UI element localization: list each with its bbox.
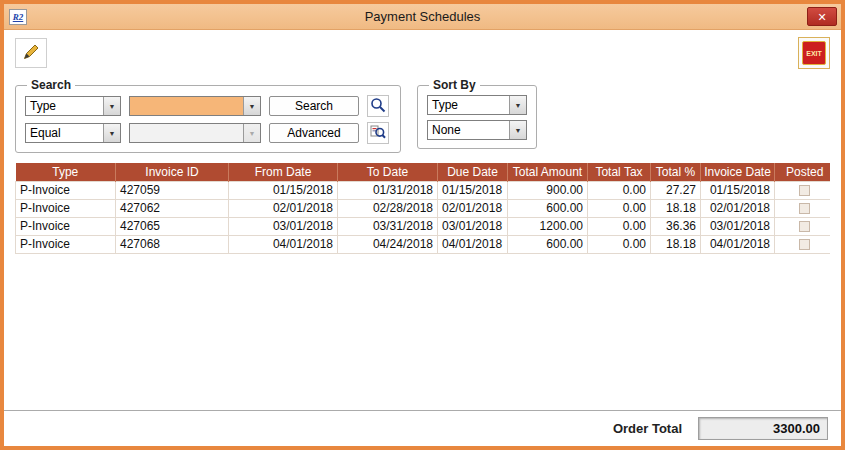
advanced-button[interactable]: Advanced	[269, 123, 359, 143]
toolbar: EXIT	[4, 30, 841, 76]
exit-icon: EXIT	[802, 41, 826, 65]
cell-from-date: 01/15/2018	[229, 181, 338, 199]
cell-total-tax: 0.00	[588, 235, 651, 253]
cell-invoice-id: 427068	[116, 235, 229, 253]
invoice-table-container: TypeInvoice IDFrom DateTo DateDue DateTo…	[15, 163, 830, 410]
exit-button[interactable]: EXIT	[798, 37, 830, 69]
column-header-total-tax[interactable]: Total Tax	[588, 163, 651, 181]
sort-primary-combo[interactable]: Type ▼	[427, 95, 527, 115]
sort-by-group-label: Sort By	[429, 78, 480, 92]
cell-total-amount: 1200.00	[508, 217, 588, 235]
cell-posted	[775, 235, 831, 253]
advanced-search-button[interactable]	[367, 122, 389, 144]
cell-due-date: 04/01/2018	[438, 235, 508, 253]
posted-checkbox[interactable]	[799, 185, 810, 196]
cell-posted	[775, 217, 831, 235]
invoice-table-body: P-Invoice42705901/15/201801/31/201801/15…	[16, 181, 831, 253]
chevron-down-icon[interactable]: ▼	[243, 97, 260, 115]
search-operator-combo[interactable]: Equal ▼	[25, 123, 121, 143]
cell-posted	[775, 199, 831, 217]
search-value2-text	[130, 124, 243, 142]
cell-total-tax: 0.00	[588, 199, 651, 217]
chevron-down-icon[interactable]: ▼	[103, 97, 120, 115]
sort-secondary-value: None	[428, 121, 509, 139]
search-group-label: Search	[27, 78, 75, 92]
close-icon: ✕	[817, 11, 826, 23]
filters-row: Search Type ▼ ▼ Search	[4, 76, 841, 153]
cell-total-tax: 0.00	[588, 181, 651, 199]
cell-invoice-date: 03/01/2018	[701, 217, 775, 235]
cell-from-date: 02/01/2018	[229, 199, 338, 217]
search-value-combo[interactable]: ▼	[129, 96, 261, 116]
column-header-to-date[interactable]: To Date	[338, 163, 438, 181]
cell-total-tax: 0.00	[588, 217, 651, 235]
cell-due-date: 01/15/2018	[438, 181, 508, 199]
titlebar: R2 Payment Schedules ✕	[4, 4, 841, 30]
cell-type: P-Invoice	[16, 199, 116, 217]
order-total-label: Order Total	[613, 421, 682, 436]
column-header-total-%[interactable]: Total %	[651, 163, 701, 181]
window-title: Payment Schedules	[4, 9, 841, 24]
cell-invoice-id: 427059	[116, 181, 229, 199]
search-magnifier-button[interactable]	[367, 95, 389, 117]
cell-invoice-date: 04/01/2018	[701, 235, 775, 253]
edit-button[interactable]	[15, 38, 47, 68]
chevron-down-icon[interactable]: ▼	[103, 124, 120, 142]
chevron-down-icon[interactable]: ▼	[509, 96, 526, 114]
cell-from-date: 03/01/2018	[229, 217, 338, 235]
column-header-invoice-date[interactable]: Invoice Date	[701, 163, 775, 181]
magnifier-icon	[370, 97, 386, 116]
posted-checkbox[interactable]	[799, 239, 810, 250]
cell-total-pct: 18.18	[651, 199, 701, 217]
cell-invoice-date: 02/01/2018	[701, 199, 775, 217]
cell-total-pct: 27.27	[651, 181, 701, 199]
cell-due-date: 02/01/2018	[438, 199, 508, 217]
cell-total-amount: 900.00	[508, 181, 588, 199]
table-row[interactable]: P-Invoice42705901/15/201801/31/201801/15…	[16, 181, 831, 199]
table-row[interactable]: P-Invoice42706202/01/201802/28/201802/01…	[16, 199, 831, 217]
sort-primary-value: Type	[428, 96, 509, 114]
magnifier-document-icon	[370, 124, 386, 143]
cell-from-date: 04/01/2018	[229, 235, 338, 253]
cell-type: P-Invoice	[16, 217, 116, 235]
search-group: Search Type ▼ ▼ Search	[15, 78, 401, 153]
footer: Order Total 3300.00	[4, 410, 841, 446]
sort-secondary-combo[interactable]: None ▼	[427, 120, 527, 140]
cell-total-amount: 600.00	[508, 199, 588, 217]
column-header-posted[interactable]: Posted	[775, 163, 831, 181]
column-header-total-amount[interactable]: Total Amount	[508, 163, 588, 181]
cell-total-amount: 600.00	[508, 235, 588, 253]
window-content: EXIT Search Type ▼ ▼ Search	[4, 30, 841, 446]
cell-to-date: 01/31/2018	[338, 181, 438, 199]
search-operator-value: Equal	[26, 124, 103, 142]
sort-by-group: Sort By Type ▼ None ▼	[417, 78, 537, 149]
table-row[interactable]: P-Invoice42706503/01/201803/31/201803/01…	[16, 217, 831, 235]
column-header-due-date[interactable]: Due Date	[438, 163, 508, 181]
cell-invoice-date: 01/15/2018	[701, 181, 775, 199]
search-value2-combo: ▼	[129, 123, 261, 143]
cell-posted	[775, 181, 831, 199]
cell-to-date: 03/31/2018	[338, 217, 438, 235]
cell-due-date: 03/01/2018	[438, 217, 508, 235]
pencil-icon	[22, 43, 40, 64]
order-total-value: 3300.00	[698, 417, 828, 440]
search-field-value: Type	[26, 97, 103, 115]
search-field-combo[interactable]: Type ▼	[25, 96, 121, 116]
posted-checkbox[interactable]	[799, 221, 810, 232]
app-logo-icon: R2	[9, 9, 27, 25]
invoice-table: TypeInvoice IDFrom DateTo DateDue DateTo…	[15, 163, 830, 254]
table-header-row: TypeInvoice IDFrom DateTo DateDue DateTo…	[16, 163, 831, 181]
cell-total-pct: 36.36	[651, 217, 701, 235]
table-row[interactable]: P-Invoice42706804/01/201804/24/201804/01…	[16, 235, 831, 253]
column-header-from-date[interactable]: From Date	[229, 163, 338, 181]
search-button[interactable]: Search	[269, 96, 359, 116]
cell-to-date: 02/28/2018	[338, 199, 438, 217]
cell-type: P-Invoice	[16, 181, 116, 199]
column-header-invoice-id[interactable]: Invoice ID	[116, 163, 229, 181]
column-header-type[interactable]: Type	[16, 163, 116, 181]
cell-total-pct: 18.18	[651, 235, 701, 253]
search-value-text	[130, 97, 243, 115]
close-button[interactable]: ✕	[807, 7, 837, 26]
chevron-down-icon[interactable]: ▼	[509, 121, 526, 139]
posted-checkbox[interactable]	[799, 203, 810, 214]
